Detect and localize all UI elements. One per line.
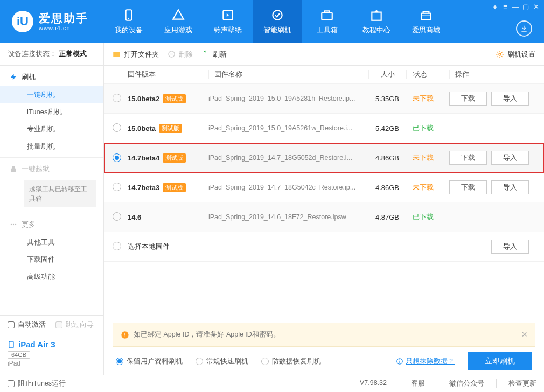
- row-status: 已下载: [406, 123, 449, 133]
- row-status: 未下载: [406, 153, 449, 163]
- col-status: 状态: [406, 70, 449, 79]
- nav-icon: [419, 8, 433, 22]
- import-button[interactable]: 导入: [491, 92, 529, 106]
- row-radio[interactable]: [113, 123, 121, 132]
- nav-3[interactable]: 智能刷机: [253, 0, 302, 43]
- device-capacity: 64GB: [8, 351, 30, 359]
- firmware-row[interactable]: 14.6iPad_Spring_2019_14.6_18F72_Restore.…: [104, 202, 544, 232]
- nav-1[interactable]: 应用游戏: [154, 0, 203, 43]
- titlebar: iU 爱思助手 www.i4.cn 我的设备应用游戏铃声壁纸智能刷机工具箱教程中…: [0, 0, 544, 43]
- lock-icon: [10, 165, 17, 173]
- open-folder-button[interactable]: 打开文件夹: [113, 50, 159, 59]
- svg-rect-3: [322, 13, 332, 20]
- warning-icon: [121, 331, 129, 339]
- app-logo[interactable]: iU 爱思助手 www.i4.cn: [0, 0, 104, 43]
- refresh-button[interactable]: 刷新: [201, 50, 227, 59]
- nav-6[interactable]: 爱思商城: [401, 0, 451, 43]
- nav-icon: [122, 8, 136, 22]
- flash-opt-antirecover[interactable]: 防数据恢复刷机: [261, 356, 321, 366]
- firmware-list: 15.0beta2测试版iPad_Spring_2019_15.0_19A528…: [104, 84, 544, 323]
- row-version: 14.6: [128, 213, 208, 221]
- erase-data-link[interactable]: 只想抹除数据？: [396, 356, 455, 366]
- sidebar-item[interactable]: 其他工具: [0, 234, 103, 251]
- check-update-link[interactable]: 检查更新: [496, 379, 536, 388]
- firmware-row[interactable]: 15.0beta测试版iPad_Spring_2019_15.0_19A5261…: [104, 114, 544, 143]
- firmware-row[interactable]: 15.0beta2测试版iPad_Spring_2019_15.0_19A528…: [104, 84, 544, 114]
- row-radio[interactable]: [113, 94, 121, 102]
- close-notice-button[interactable]: ×: [521, 329, 527, 340]
- row-version: 15.0beta测试版: [128, 124, 208, 133]
- row-radio[interactable]: [113, 242, 121, 250]
- sidebar-item[interactable]: iTunes刷机: [0, 103, 103, 121]
- row-status: 已下载: [406, 212, 449, 222]
- shirt-icon[interactable]: ♦: [490, 3, 500, 10]
- logo-icon: iU: [12, 11, 33, 32]
- nav-5[interactable]: 教程中心: [352, 0, 401, 43]
- nav-4[interactable]: 工具箱: [302, 0, 352, 43]
- sidebar-item[interactable]: 高级功能: [0, 268, 103, 285]
- sidebar-section-title[interactable]: 更多: [0, 215, 103, 234]
- sidebar-section-title[interactable]: 一键越狱: [0, 160, 103, 178]
- tablet-icon: [8, 341, 15, 348]
- row-filename: iPad_Spring_2019_15.0_19A5281h_Restore.i…: [208, 95, 368, 102]
- support-link[interactable]: 客服: [399, 379, 425, 388]
- download-button[interactable]: 下载: [449, 180, 487, 194]
- row-actions: 下载导入: [449, 92, 535, 106]
- sidebar-item[interactable]: 批量刷机: [0, 138, 103, 155]
- firmware-row[interactable]: 14.7beta4测试版iPad_Spring_2019_14.7_18G505…: [104, 143, 544, 173]
- bolt-icon: [10, 73, 17, 81]
- download-button[interactable]: 下载: [449, 151, 487, 165]
- delete-icon: [168, 50, 176, 58]
- block-itunes-checkbox[interactable]: 阻止iTunes运行: [8, 379, 66, 388]
- local-firmware-row[interactable]: 选择本地固件导入: [104, 232, 544, 262]
- row-filename: iPad_Spring_2019_15.0_19A5261w_Restore.i…: [208, 124, 368, 132]
- flash-opt-normal[interactable]: 常规快速刷机: [196, 356, 248, 366]
- sidebar-item[interactable]: 专业刷机: [0, 121, 103, 138]
- nav-0[interactable]: 我的设备: [104, 0, 154, 43]
- import-button[interactable]: 导入: [491, 240, 529, 254]
- apple-id-notice: 如已绑定 Apple ID，请准备好 Apple ID和密码。 ×: [113, 323, 535, 347]
- flash-settings-button[interactable]: 刷机设置: [496, 50, 535, 59]
- row-radio[interactable]: [113, 183, 121, 191]
- gear-icon: [496, 50, 504, 59]
- svg-rect-4: [372, 12, 381, 20]
- col-version: 固件版本: [128, 70, 208, 79]
- col-size: 大小: [368, 70, 406, 79]
- flash-opt-keep[interactable]: 保留用户资料刷机: [116, 356, 183, 366]
- sidebar-section-flash: 刷机 一键刷机iTunes刷机专业刷机批量刷机: [0, 66, 103, 158]
- row-size: 4.86GB: [368, 184, 406, 192]
- nav-icon: [171, 8, 185, 22]
- minimize-icon[interactable]: —: [511, 3, 520, 10]
- close-icon[interactable]: ✕: [531, 3, 541, 10]
- flash-now-button[interactable]: 立即刷机: [468, 352, 532, 370]
- row-version: 14.7beta3测试版: [128, 183, 208, 192]
- import-button[interactable]: 导入: [491, 151, 529, 165]
- sidebar-section-title[interactable]: 刷机: [0, 68, 103, 86]
- row-filename: iPad_Spring_2019_14.6_18F72_Restore.ipsw: [208, 213, 368, 221]
- download-manager-button[interactable]: [516, 20, 532, 37]
- import-button[interactable]: 导入: [491, 180, 529, 194]
- brand-name: 爱思助手: [39, 12, 88, 24]
- skip-guide-checkbox[interactable]: 跳过向导: [55, 320, 94, 330]
- auto-activate-checkbox[interactable]: 自动激活: [8, 320, 46, 330]
- sidebar-item[interactable]: 一键刷机: [0, 86, 103, 103]
- sidebar-item[interactable]: 下载固件: [0, 251, 103, 268]
- svg-rect-5: [421, 13, 430, 20]
- svg-point-8: [15, 224, 16, 225]
- maximize-icon[interactable]: ▢: [521, 3, 531, 10]
- download-button[interactable]: 下载: [449, 92, 487, 106]
- firmware-row[interactable]: 14.7beta3测试版iPad_Spring_2019_14.7_18G504…: [104, 173, 544, 202]
- table-header: 固件版本 固件名称 大小 状态 操作: [104, 66, 544, 84]
- svg-rect-18: [399, 359, 400, 360]
- toolbar: 打开文件夹 删除 刷新 刷机设置: [104, 43, 544, 66]
- nav-icon: [320, 8, 334, 22]
- delete-button[interactable]: 删除: [168, 50, 193, 59]
- wechat-link[interactable]: 微信公众号: [437, 379, 484, 388]
- row-radio[interactable]: [113, 153, 121, 162]
- nav-2[interactable]: 铃声壁纸: [203, 0, 253, 43]
- top-nav: 我的设备应用游戏铃声壁纸智能刷机工具箱教程中心爱思商城: [104, 0, 544, 43]
- row-radio[interactable]: [113, 212, 121, 221]
- device-info: iPad Air 3 64GB iPad: [0, 334, 103, 375]
- menu-icon[interactable]: ≡: [500, 3, 510, 10]
- refresh-icon: [201, 50, 210, 58]
